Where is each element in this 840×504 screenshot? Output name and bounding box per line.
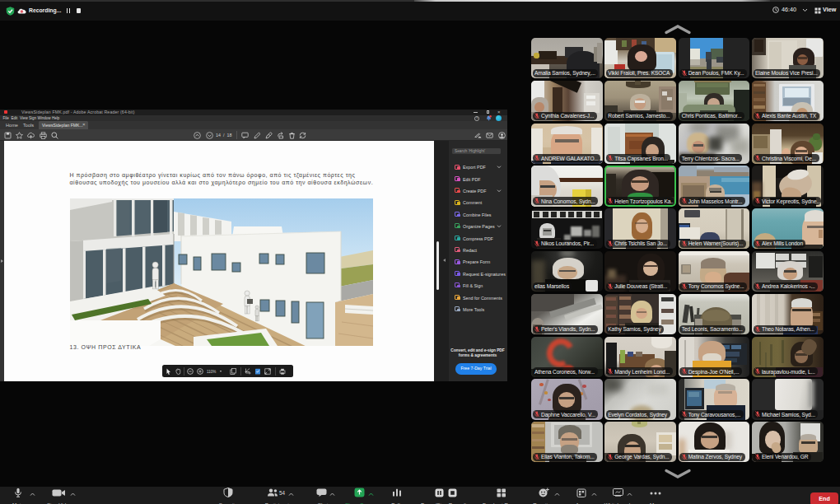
svg-text:?: ? bbox=[476, 117, 478, 120]
